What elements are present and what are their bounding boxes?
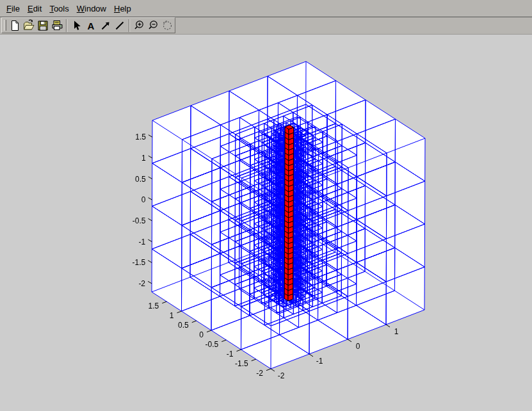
menu-file[interactable]: File: [6, 4, 20, 13]
toolbar-separator: [129, 19, 130, 32]
pointer-arrow-icon: [71, 20, 83, 31]
window-chrome: File Edit Tools Window Help: [0, 0, 532, 35]
zoom-out-icon: [147, 19, 159, 31]
menu-help[interactable]: Help: [114, 4, 131, 13]
save-figure-button[interactable]: [36, 19, 50, 33]
select-pointer-button[interactable]: [70, 19, 84, 33]
zoom-out-button[interactable]: [147, 19, 161, 33]
rotate-3d-icon: [161, 19, 173, 31]
insert-text-button[interactable]: A: [84, 19, 98, 33]
print-figure-button[interactable]: [50, 19, 64, 33]
insert-line-button[interactable]: [113, 19, 127, 33]
line-icon: [114, 20, 125, 31]
text-a-icon: A: [85, 20, 97, 31]
zoom-in-button[interactable]: [133, 19, 147, 33]
menu-window[interactable]: Window: [77, 4, 106, 13]
open-folder-icon: [23, 19, 35, 31]
toolbar-grip[interactable]: [4, 20, 6, 31]
menu-bar: File Edit Tools Window Help: [0, 0, 532, 17]
rotate-3d-button[interactable]: [161, 19, 175, 33]
new-document-icon: [9, 20, 20, 31]
toolbar-panel: A: [1, 17, 175, 33]
menu-edit[interactable]: Edit: [28, 4, 42, 13]
svg-text:A: A: [88, 20, 95, 31]
new-figure-button[interactable]: [8, 19, 22, 33]
save-floppy-icon: [37, 20, 49, 31]
insert-arrow-button[interactable]: [98, 19, 112, 33]
print-icon: [51, 19, 63, 31]
zoom-in-icon: [133, 19, 145, 31]
arrow-ne-icon: [100, 20, 111, 31]
toolbar-separator: [66, 19, 67, 32]
menu-tools[interactable]: Tools: [49, 4, 69, 13]
toolbar-strip: A: [0, 17, 532, 35]
open-file-button[interactable]: [22, 19, 36, 33]
figure-plot-canvas[interactable]: [0, 0, 532, 411]
